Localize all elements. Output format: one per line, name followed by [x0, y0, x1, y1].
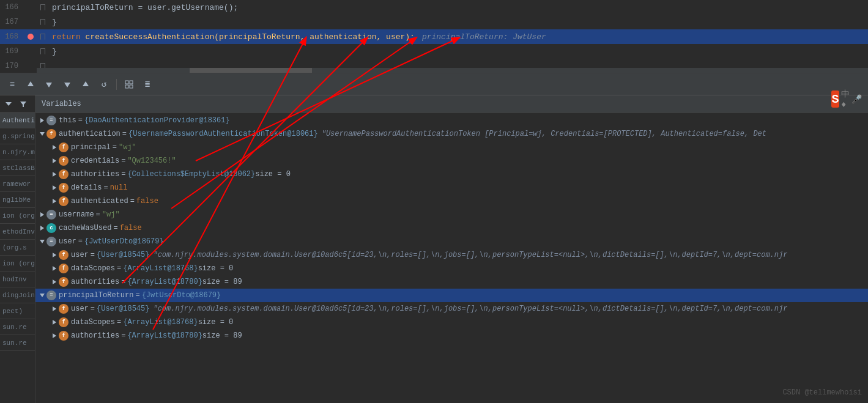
var-row-8[interactable]: ccacheWasUsed = false	[35, 221, 868, 235]
left-panel-item-2[interactable]: n.njry.m	[0, 144, 35, 160]
left-panel-item-6[interactable]: ion (org	[0, 208, 35, 224]
expand-btn[interactable]	[50, 170, 59, 179]
left-panel-item-14[interactable]: sun.re	[0, 335, 35, 351]
expand-btn[interactable]	[38, 291, 46, 300]
expand-btn[interactable]	[50, 318, 59, 327]
bookmark-shape	[40, 19, 45, 25]
panel-filter-btn[interactable]	[17, 98, 29, 110]
expand-btn[interactable]	[50, 305, 59, 313]
left-panel-item-7[interactable]: ethodInv	[0, 224, 35, 240]
s-logo-watermark: S 中♦ 🎤	[831, 86, 862, 113]
panel-down-btn[interactable]	[2, 98, 15, 110]
var-type-icon: f	[59, 317, 69, 327]
expand-btn[interactable]	[50, 278, 59, 286]
expand-btn[interactable]	[50, 331, 59, 340]
var-value: {ArrayList@18780}	[127, 278, 202, 286]
expand-triangle	[53, 199, 56, 204]
expand-btn[interactable]	[38, 224, 46, 232]
expand-triangle	[53, 158, 56, 163]
var-row-16[interactable]: fauthorities = {ArrayList@18780} size = …	[35, 329, 868, 342]
bookmark-shape	[40, 48, 45, 54]
expand-btn[interactable]	[50, 143, 59, 152]
s-logo-text: 中♦	[841, 89, 850, 109]
left-panel-item-0[interactable]: Authenti	[0, 113, 35, 128]
var-row-6[interactable]: fauthenticated = false	[35, 194, 868, 208]
toolbar-list-btn[interactable]: ≣	[140, 77, 155, 92]
var-row-0[interactable]: =this = {DaoAuthenticationProvider@18361…	[35, 114, 868, 127]
left-panel-item-8[interactable]: (org.s	[0, 240, 35, 256]
panel-title: Variables	[42, 100, 81, 108]
var-name: user	[71, 305, 89, 313]
breakpoint-dot	[28, 34, 34, 40]
left-panel-item-11[interactable]: dingJoin	[0, 287, 35, 303]
toolbar-up-btn[interactable]	[23, 77, 38, 92]
bookmark[interactable]	[37, 34, 49, 40]
var-value: false	[120, 224, 142, 232]
expand-btn[interactable]	[50, 183, 59, 192]
expand-btn[interactable]	[50, 197, 59, 205]
var-row-13[interactable]: =principalToReturn = {JwtUserDto@18679}	[35, 289, 868, 302]
toolbar-menu-btn[interactable]: ≡	[5, 77, 20, 92]
expand-btn[interactable]	[50, 251, 59, 259]
left-panel-item-13[interactable]: sun.re	[0, 319, 35, 335]
toolbar-sep	[116, 79, 117, 90]
expand-btn[interactable]	[38, 116, 46, 125]
var-name: cacheWasUsed	[59, 224, 111, 232]
left-panel-item-9[interactable]: ion (org	[0, 256, 35, 272]
left-panel-item-1[interactable]: g.spring	[0, 128, 35, 144]
var-type-icon: f	[59, 169, 69, 179]
var-row-2[interactable]: fprincipal = "wj"	[35, 141, 868, 154]
var-type-icon: =	[46, 290, 56, 300]
var-row-12[interactable]: fauthorities = {ArrayList@18780} size = …	[35, 275, 868, 289]
var-equals: =	[130, 197, 135, 205]
var-type-icon: f	[59, 156, 69, 166]
var-row-9[interactable]: =user = {JwtUserDto@18679}	[35, 235, 868, 248]
var-row-10[interactable]: fuser = {User@18545}"com.njry.modules.sy…	[35, 248, 868, 262]
toolbar-refresh-btn[interactable]: ↺	[97, 77, 111, 92]
var-value: "Qw123456!"	[127, 157, 176, 165]
var-row-7[interactable]: =username = "wj"	[35, 208, 868, 221]
var-type-icon: =	[46, 116, 56, 125]
var-row-5[interactable]: fdetails = null	[35, 181, 868, 194]
var-row-11[interactable]: fdataScopes = {ArrayList@18768} size = 0	[35, 262, 868, 275]
left-panel-item-3[interactable]: stClassB	[0, 160, 35, 176]
var-row-14[interactable]: fuser = {User@18545}"com.njry.modules.sy…	[35, 302, 868, 316]
left-panel-item-12[interactable]: pect)	[0, 303, 35, 319]
var-value: false	[136, 197, 158, 205]
expand-btn[interactable]	[38, 130, 46, 138]
variables-list[interactable]: =this = {DaoAuthenticationProvider@18361…	[35, 113, 868, 403]
svg-marker-0	[28, 81, 34, 86]
var-type-icon: f	[59, 264, 69, 273]
var-row-3[interactable]: fcredentials = "Qw123456!"	[35, 154, 868, 168]
expand-btn[interactable]	[50, 157, 59, 165]
var-value: {ArrayList@18768}	[123, 264, 198, 273]
bookmark[interactable]	[37, 19, 49, 25]
left-panel-item-5[interactable]: nglibMe	[0, 192, 35, 208]
var-equals: =	[117, 264, 121, 273]
toolbar-up2-btn[interactable]	[78, 77, 93, 92]
var-equals: =	[91, 251, 95, 259]
var-row-15[interactable]: fdataScopes = {ArrayList@18768} size = 0	[35, 316, 868, 329]
toolbar-down-btn[interactable]	[42, 77, 56, 92]
code-content: }	[49, 47, 868, 56]
var-extra: size = 89	[202, 278, 242, 286]
toolbar-grid-btn[interactable]	[122, 77, 136, 92]
toolbar-down2-btn[interactable]	[60, 77, 75, 92]
expand-btn[interactable]	[38, 237, 46, 246]
left-panel-item-10[interactable]: hodInv	[0, 272, 35, 287]
breakpoint-marker[interactable]	[24, 34, 37, 40]
code-line-167: 167 }	[0, 15, 868, 29]
expand-btn[interactable]	[38, 210, 46, 219]
code-content: return createSuccessAuthentication(princ…	[49, 32, 868, 42]
left-panel-item-4[interactable]: ramewor	[0, 176, 35, 192]
horizontal-scrollbar[interactable]	[37, 68, 868, 73]
var-type-icon: f	[59, 331, 69, 341]
expand-triangle	[53, 145, 56, 150]
expand-btn[interactable]	[50, 264, 59, 273]
bookmark[interactable]	[37, 4, 49, 10]
bookmark[interactable]	[37, 48, 49, 54]
var-row-1[interactable]: fauthentication = {UsernamePasswordAuthe…	[35, 127, 868, 141]
var-row-4[interactable]: fauthorities = {Collections$EmptyList@18…	[35, 168, 868, 181]
var-equals: =	[121, 170, 125, 179]
left-sidebar-panel: Authentig.springn.njry.mstClassBrameworn…	[0, 95, 35, 403]
